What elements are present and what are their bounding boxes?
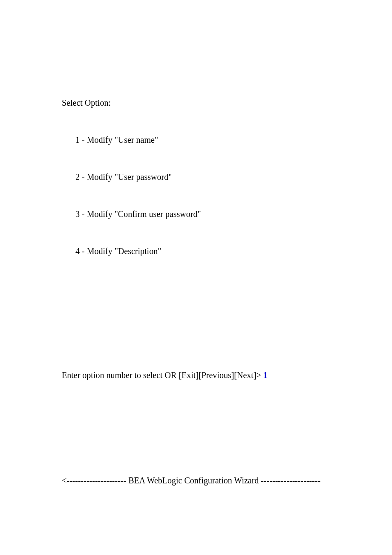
prompt1-text: Enter option number to select OR [Exit][… xyxy=(62,370,263,380)
prompt1-input: 1 xyxy=(263,370,268,380)
option-3: 3 - Modify "Confirm user password" xyxy=(62,208,330,220)
option-1: 1 - Modify "User name" xyxy=(62,134,330,146)
document-content: Select Option: 1 - Modify "User name" 2 … xyxy=(62,60,330,555)
select-option-heading: Select Option: xyxy=(62,97,330,109)
wizard-header-1: <--------------------- BEA WebLogic Conf… xyxy=(62,474,330,487)
prompt-enter-option: Enter option number to select OR [Exit][… xyxy=(62,369,330,382)
option-4: 4 - Modify "Description" xyxy=(62,245,330,257)
option-2: 2 - Modify "User password" xyxy=(62,171,330,183)
